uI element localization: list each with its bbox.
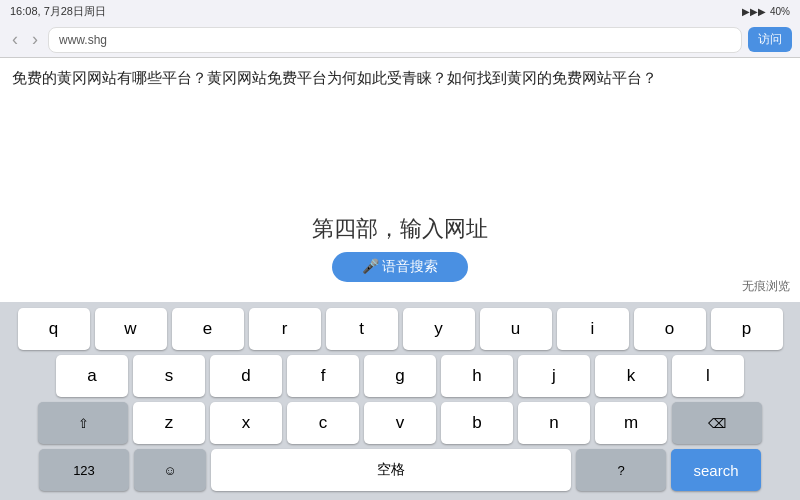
key-x[interactable]: x xyxy=(210,402,282,444)
main-content: 免费的黄冈网站有哪些平台？黄冈网站免费平台为何如此受青睐？如何找到黄冈的免费网站… xyxy=(0,58,800,218)
key-z[interactable]: z xyxy=(133,402,205,444)
status-time: 16:08, 7月28日周日 xyxy=(10,4,106,19)
key-n[interactable]: n xyxy=(518,402,590,444)
key-j[interactable]: j xyxy=(518,355,590,397)
key-w[interactable]: w xyxy=(95,308,167,350)
key-p[interactable]: p xyxy=(711,308,783,350)
signal-icon: ▶▶▶ xyxy=(742,6,766,17)
keyboard-row-1: q w e r t y u i o p xyxy=(4,308,796,350)
key-m[interactable]: m xyxy=(595,402,667,444)
key-f[interactable]: f xyxy=(287,355,359,397)
address-bar[interactable]: www.shg xyxy=(48,27,742,53)
search-key[interactable]: search xyxy=(671,449,761,491)
key-a[interactable]: a xyxy=(56,355,128,397)
forward-button[interactable]: › xyxy=(28,29,42,50)
keyboard-row-2: a s d f g h j k l xyxy=(4,355,796,397)
key-b[interactable]: b xyxy=(441,402,513,444)
instruction-area: 第四部，输入网址 🎤 语音搜索 xyxy=(0,218,800,278)
key-d[interactable]: d xyxy=(210,355,282,397)
key-k[interactable]: k xyxy=(595,355,667,397)
emoji-key[interactable]: ☺ xyxy=(134,449,206,491)
key-s[interactable]: s xyxy=(133,355,205,397)
url-text: www.shg xyxy=(59,33,107,47)
incognito-button[interactable]: 无痕浏览 xyxy=(742,278,790,295)
key-o[interactable]: o xyxy=(634,308,706,350)
key-h[interactable]: h xyxy=(441,355,513,397)
status-bar: 16:08, 7月28日周日 ▶▶▶ 40% xyxy=(0,0,800,22)
return-key[interactable]: ? xyxy=(576,449,666,491)
space-key[interactable]: 空格 xyxy=(211,449,571,491)
search-result-text: 免费的黄冈网站有哪些平台？黄冈网站免费平台为何如此受青睐？如何找到黄冈的免费网站… xyxy=(12,66,788,90)
keyboard-row-4: 123 ☺ 空格 ? search xyxy=(4,449,796,491)
keyboard-row-3: ⇧ z x c v b n m ⌫ xyxy=(4,402,796,444)
key-c[interactable]: c xyxy=(287,402,359,444)
key-e[interactable]: e xyxy=(172,308,244,350)
status-icons: ▶▶▶ 40% xyxy=(742,6,790,17)
key-u[interactable]: u xyxy=(480,308,552,350)
key-i[interactable]: i xyxy=(557,308,629,350)
key-t[interactable]: t xyxy=(326,308,398,350)
browser-bar: ‹ › www.shg 访问 xyxy=(0,22,800,58)
keyboard: q w e r t y u i o p a s d f g h j k l ⇧ … xyxy=(0,302,800,500)
voice-search-button[interactable]: 🎤 语音搜索 xyxy=(332,252,469,282)
key-v[interactable]: v xyxy=(364,402,436,444)
key-l[interactable]: l xyxy=(672,355,744,397)
shift-key[interactable]: ⇧ xyxy=(38,402,128,444)
instruction-title: 第四部，输入网址 xyxy=(312,214,488,244)
key-q[interactable]: q xyxy=(18,308,90,350)
back-button[interactable]: ‹ xyxy=(8,29,22,50)
key-y[interactable]: y xyxy=(403,308,475,350)
key-r[interactable]: r xyxy=(249,308,321,350)
time-label: 16:08, 7月28日周日 xyxy=(10,4,106,19)
backspace-key[interactable]: ⌫ xyxy=(672,402,762,444)
numbers-key[interactable]: 123 xyxy=(39,449,129,491)
battery-icon: 40% xyxy=(770,6,790,17)
key-g[interactable]: g xyxy=(364,355,436,397)
visit-button[interactable]: 访问 xyxy=(748,27,792,52)
